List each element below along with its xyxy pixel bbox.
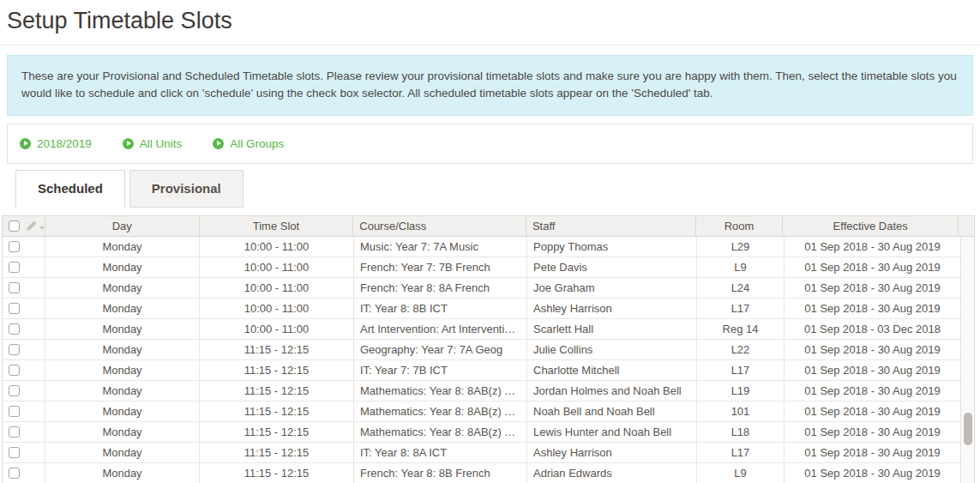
cell-day: Monday (45, 257, 200, 277)
table-row: Monday 10:00 - 11:00 French: Year 8: 8A … (3, 278, 960, 299)
cell-day: Monday (45, 463, 200, 483)
setup-timetable-slots-page: Setup Timetable Slots These are your Pro… (0, 0, 980, 483)
filter-link[interactable]: 2018/2019 (20, 137, 92, 150)
column-header-staff[interactable]: Staff (526, 216, 696, 236)
filter-link[interactable]: All Units (123, 137, 183, 150)
row-checkbox[interactable] (9, 365, 20, 376)
cell-day: Monday (45, 360, 200, 380)
info-banner-text: These are your Provisional and Scheduled… (21, 69, 957, 100)
cell-time-slot: 10:00 - 11:00 (200, 237, 354, 257)
row-checkbox[interactable] (9, 447, 20, 458)
cell-course-class: Geography: Year 7: 7A Geog (354, 340, 527, 359)
filter-link-label: All Groups (230, 137, 284, 150)
cell-day: Monday (45, 237, 200, 257)
tab-provisional[interactable]: Provisional (129, 170, 243, 208)
play-icon (213, 138, 224, 149)
column-header-effective-dates[interactable]: Effective Dates (783, 216, 959, 236)
cell-time-slot: 11:15 - 12:15 (200, 463, 354, 483)
column-header-time-slot[interactable]: Time Slot (200, 216, 354, 236)
cell-effective-dates: 01 Sep 2018 - 03 Dec 2018 (785, 319, 960, 339)
cell-staff: Lewis Hunter and Noah Bell (527, 422, 697, 442)
cell-time-slot: 10:00 - 11:00 (200, 319, 354, 339)
cell-staff: Pete Davis (527, 257, 697, 277)
cell-effective-dates: 01 Sep 2018 - 30 Aug 2019 (785, 299, 960, 318)
table-body-wrap: Monday 10:00 - 11:00 Music: Year 7: 7A M… (3, 237, 974, 483)
cell-course-class: Art Intervention: Art Intervention... (354, 319, 527, 339)
filter-link[interactable]: All Groups (213, 137, 284, 150)
cell-day: Monday (45, 299, 200, 318)
table-body: Monday 10:00 - 11:00 Music: Year 7: 7A M… (3, 237, 960, 483)
cell-effective-dates: 01 Sep 2018 - 30 Aug 2019 (785, 340, 960, 359)
column-header-room[interactable]: Room (696, 216, 784, 236)
info-banner: These are your Provisional and Scheduled… (7, 55, 973, 116)
cell-room: L18 (697, 422, 785, 442)
cell-effective-dates: 01 Sep 2018 - 30 Aug 2019 (785, 401, 960, 421)
row-select-cell (3, 463, 45, 483)
edit-menu-button[interactable] (26, 220, 45, 232)
cell-room: L17 (697, 443, 785, 462)
cell-room: L9 (697, 463, 785, 483)
row-select-cell (3, 257, 45, 277)
cell-room: 101 (697, 401, 785, 421)
cell-effective-dates: 01 Sep 2018 - 30 Aug 2019 (785, 463, 960, 483)
table-row: Monday 11:15 - 12:15 Mathematics: Year 8… (3, 381, 960, 401)
row-checkbox[interactable] (9, 282, 20, 293)
cell-time-slot: 10:00 - 11:00 (200, 257, 354, 277)
cell-effective-dates: 01 Sep 2018 - 30 Aug 2019 (785, 360, 960, 380)
cell-room: Reg 14 (697, 319, 785, 339)
column-header-course-class[interactable]: Course/Class (353, 216, 526, 236)
cell-staff: Jordan Holmes and Noah Bell (527, 381, 697, 401)
cell-effective-dates: 01 Sep 2018 - 30 Aug 2019 (785, 381, 960, 401)
row-checkbox[interactable] (9, 262, 20, 273)
cell-room: L24 (697, 278, 785, 298)
scrollbar-thumb[interactable] (964, 413, 972, 445)
row-checkbox[interactable] (9, 406, 20, 417)
row-checkbox[interactable] (9, 323, 20, 335)
caret-down-icon (39, 226, 45, 230)
cell-day: Monday (45, 401, 200, 421)
row-checkbox[interactable] (9, 426, 20, 438)
cell-time-slot: 11:15 - 12:15 (200, 443, 354, 462)
cell-day: Monday (45, 278, 200, 298)
row-select-cell (3, 360, 45, 380)
cell-course-class: French: Year 8: 8A French (354, 278, 527, 298)
cell-time-slot: 11:15 - 12:15 (200, 381, 354, 401)
edit-pencil-icon (26, 220, 38, 232)
row-select-cell (3, 278, 45, 298)
cell-time-slot: 10:00 - 11:00 (200, 299, 354, 318)
cell-course-class: Mathematics: Year 8: 8AB(z) Math... (354, 401, 527, 421)
cell-room: L17 (697, 360, 785, 380)
row-checkbox[interactable] (9, 385, 20, 396)
row-checkbox[interactable] (9, 344, 20, 355)
table-row: Monday 11:15 - 12:15 IT: Year 8: 8A ICT … (3, 443, 960, 463)
row-select-cell (3, 340, 45, 359)
row-checkbox[interactable] (9, 241, 20, 252)
cell-course-class: Mathematics: Year 8: 8AB(z) Math... (354, 422, 527, 442)
vertical-scrollbar[interactable] (960, 237, 974, 483)
select-all-checkbox[interactable] (9, 220, 20, 232)
cell-room: L22 (697, 340, 785, 359)
cell-time-slot: 11:15 - 12:15 (200, 422, 354, 442)
cell-course-class: French: Year 7: 7B French (354, 257, 527, 277)
cell-time-slot: 10:00 - 11:00 (200, 278, 354, 298)
tab-bar: Scheduled Provisional (15, 170, 980, 208)
filter-link-label: 2018/2019 (37, 137, 92, 150)
column-header-day[interactable]: Day (45, 216, 200, 236)
table-row: Monday 10:00 - 11:00 IT: Year 8: 8B ICT … (3, 299, 960, 319)
cell-staff: Adrian Edwards (527, 463, 697, 483)
row-select-cell (3, 381, 45, 401)
page-title: Setup Timetable Slots (0, 0, 980, 45)
cell-day: Monday (45, 443, 200, 462)
filter-link-label: All Units (140, 137, 183, 150)
title-divider (0, 45, 980, 45)
cell-staff: Noah Bell and Noah Bell (527, 401, 697, 421)
cell-effective-dates: 01 Sep 2018 - 30 Aug 2019 (785, 257, 960, 277)
filter-bar: 2018/2019 All Units All Groups (7, 124, 973, 164)
table-row: Monday 11:15 - 12:15 Mathematics: Year 8… (3, 422, 960, 443)
row-checkbox[interactable] (9, 468, 20, 479)
cell-day: Monday (45, 381, 200, 401)
row-checkbox[interactable] (9, 303, 20, 314)
tab-scheduled[interactable]: Scheduled (15, 170, 125, 208)
table-row: Monday 10:00 - 11:00 Art Intervention: A… (3, 319, 960, 340)
table-row: Monday 11:15 - 12:15 French: Year 8: 8B … (3, 463, 960, 483)
